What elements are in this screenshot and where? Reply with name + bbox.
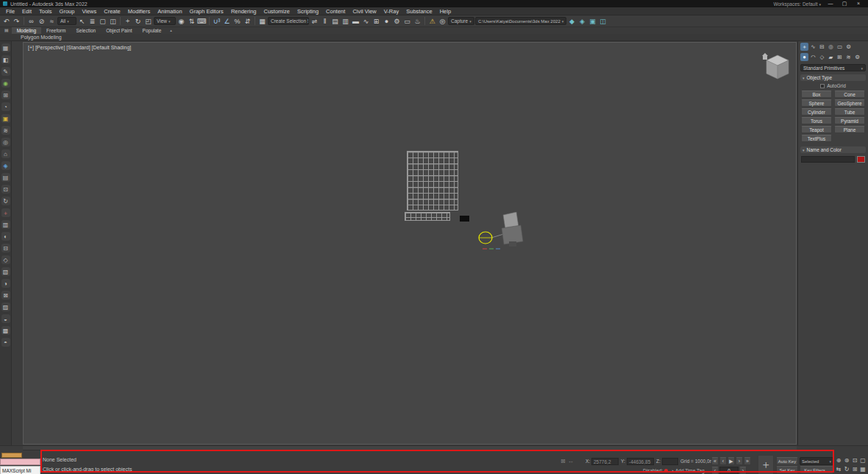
window-crossing-icon[interactable]: ◫ (108, 16, 118, 26)
textplus-button[interactable]: TextPlus (801, 135, 832, 142)
maximize-viewport-icon[interactable]: ⊞ (851, 465, 858, 473)
pyramid-button[interactable]: Pyramid (834, 117, 865, 124)
undo-icon[interactable]: ↶ (1, 16, 11, 26)
toolbar-extra-icon-2[interactable]: ◈ (577, 16, 587, 26)
render-setup-icon[interactable]: ⚙ (392, 16, 402, 26)
menu-item[interactable]: Content (322, 7, 349, 15)
zoom-extents-icon[interactable]: ⊡ (851, 456, 858, 464)
go-to-end-icon[interactable]: » (744, 457, 751, 465)
left-tool-icon-9[interactable]: ◎ (1, 138, 10, 146)
percent-snap-icon[interactable]: % (232, 16, 242, 26)
keyboard-shortcut-override-icon[interactable]: ⌨ (197, 16, 207, 26)
ribbon-tab-modeling[interactable]: Modeling (12, 27, 41, 34)
orbit-icon[interactable]: ↻ (843, 465, 850, 473)
menu-item[interactable]: File (2, 7, 18, 15)
y-coordinate-field[interactable]: -44636,85 (627, 458, 654, 465)
left-tool-icon-6[interactable]: ◔ (1, 102, 10, 111)
left-tool-icon-10[interactable]: ⌂ (1, 149, 10, 158)
left-tool-icon-11[interactable]: ◈ (1, 161, 10, 170)
left-tool-icon-13[interactable]: ⊡ (1, 185, 10, 194)
left-tool-icon-22[interactable]: ⊠ (1, 291, 10, 300)
menu-item[interactable]: V-Ray (380, 7, 402, 15)
cameras-category-icon[interactable]: ▰ (827, 53, 835, 61)
spinner-snap-icon[interactable]: ⇵ (243, 16, 252, 26)
warning-icon[interactable]: ⚠ (427, 16, 437, 26)
toggle-scene-explorer-icon[interactable]: ▤ (330, 16, 340, 26)
next-frame-icon[interactable]: › (736, 457, 743, 465)
named-selection-set-combo[interactable]: Create Selection Se (268, 17, 309, 25)
left-tool-icon-26[interactable]: ◓ (1, 338, 10, 347)
box-button[interactable]: Box (801, 91, 832, 98)
sphere-button[interactable]: Sphere (801, 99, 832, 107)
left-tool-icon-7[interactable]: ▣ (1, 114, 10, 123)
menu-item[interactable]: Create (100, 7, 124, 15)
schematic-view-icon[interactable]: ⊞ (371, 16, 381, 26)
ribbon-tab-populate[interactable]: Populate (138, 27, 167, 34)
material-editor-icon[interactable]: ● (382, 16, 391, 26)
menu-item[interactable]: Tools (35, 7, 56, 15)
maxscript-mini-listener[interactable]: MAXScript Mi (0, 466, 40, 474)
zoom-region-icon[interactable]: ▢ (859, 456, 867, 464)
redo-icon[interactable]: ↷ (12, 16, 21, 26)
close-icon[interactable]: × (855, 1, 862, 7)
set-keys-button[interactable]: ＋ (758, 455, 774, 474)
rectangular-selection-region-icon[interactable]: ▢ (98, 16, 107, 26)
left-tool-icon-1[interactable]: ▦ (1, 43, 10, 52)
left-tool-icon-23[interactable]: ▨ (1, 303, 10, 311)
toolbar-extra-icon-3[interactable]: ▣ (588, 16, 597, 26)
pan-icon[interactable]: ⇆ (835, 465, 842, 473)
project-folder-dropdown[interactable]: C:\Users\Katya\Documents\3ds Max 2022 (475, 17, 566, 25)
viewcube[interactable] (759, 50, 796, 84)
toggle-layer-explorer-icon[interactable]: ▥ (341, 16, 350, 26)
primitive-category-dropdown[interactable]: Standard Primitives (800, 64, 866, 71)
set-key-button[interactable]: Set Key (776, 466, 798, 474)
left-tool-icon-14[interactable]: ↻ (1, 197, 10, 205)
menu-item[interactable]: Animation (154, 7, 185, 15)
ribbon-collapse-icon[interactable]: ▴ (166, 27, 176, 34)
plane-button[interactable]: Plane (834, 126, 865, 133)
current-frame-field[interactable]: 0 (719, 467, 739, 474)
minimize-icon[interactable]: — (827, 1, 834, 7)
object-color-swatch[interactable] (857, 156, 865, 163)
object-type-rollout-header[interactable]: Object Type (800, 74, 866, 81)
geometry-category-icon[interactable]: ● (800, 53, 808, 61)
building-facade-object[interactable] (407, 151, 458, 211)
toggle-ribbon-icon[interactable]: ▬ (351, 16, 360, 26)
ribbon-tab-object-paint[interactable]: Object Paint (101, 27, 137, 34)
motion-tab-icon[interactable]: ◎ (827, 43, 835, 51)
menu-item[interactable]: Civil View (349, 7, 380, 15)
create-tab-icon[interactable]: ＋ (800, 43, 808, 51)
edit-named-selection-sets-icon[interactable]: ▦ (257, 16, 267, 26)
left-tool-icon-24[interactable]: ◒ (1, 314, 10, 323)
building-facade-lower-object[interactable] (405, 212, 450, 221)
menu-item[interactable]: Help (436, 7, 455, 15)
bind-to-space-warp-icon[interactable]: ≈ (47, 16, 57, 26)
systems-category-icon[interactable]: ⚙ (853, 53, 861, 61)
rendered-frame-window-icon[interactable]: ▭ (402, 16, 412, 26)
toolbar-extra-icon-1[interactable]: ◆ (567, 16, 577, 26)
lights-category-icon[interactable]: ◇ (818, 53, 826, 61)
viewport-label[interactable]: [+] [Perspective] [Standard] [Default Sh… (28, 45, 131, 50)
toolbar-extra-icon-4[interactable]: ◫ (598, 16, 608, 26)
teapot-button[interactable]: Teapot (801, 126, 832, 133)
reference-coordinate-dropdown[interactable]: View (154, 17, 176, 25)
ribbon-tab-selection[interactable]: Selection (71, 27, 101, 34)
sphere-icon[interactable]: ◎ (438, 16, 447, 26)
maxscript-listener-button[interactable] (1, 453, 22, 458)
helpers-category-icon[interactable]: ⊞ (836, 53, 844, 61)
cone-button[interactable]: Cone (834, 91, 865, 98)
key-filters-button[interactable]: Key Filters... (800, 466, 833, 474)
shapes-category-icon[interactable]: ◠ (809, 53, 817, 61)
left-tool-icon-8[interactable]: ≋ (1, 126, 10, 135)
object-name-field[interactable] (801, 156, 855, 163)
hierarchy-tab-icon[interactable]: ⊟ (818, 43, 826, 51)
mirror-icon[interactable]: ⇌ (310, 16, 319, 26)
zoom-icon[interactable]: ⊕ (835, 456, 842, 464)
selection-lock-toggle-icon[interactable]: ⊠ (561, 458, 566, 464)
left-tool-icon-18[interactable]: ⊟ (1, 244, 10, 252)
snaps-toggle-icon[interactable]: ∪³ (212, 16, 221, 26)
select-object-icon[interactable]: ↖ (77, 16, 87, 26)
name-and-color-rollout-header[interactable]: Name and Color (800, 146, 866, 153)
menu-item[interactable]: Substance (402, 7, 435, 15)
capture-dropdown[interactable]: Capture (448, 17, 474, 25)
